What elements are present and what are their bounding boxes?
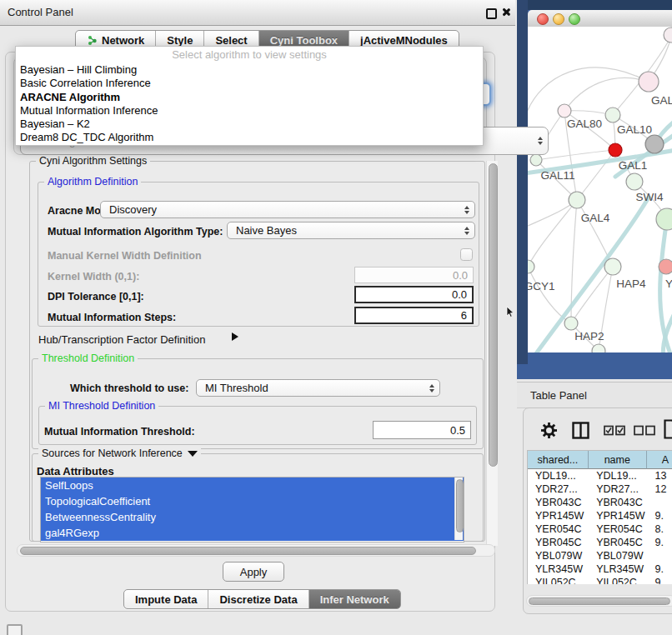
attribute-item-topologicalcoefficient[interactable]: TopologicalCoefficient <box>41 493 464 509</box>
column-layout-icon[interactable] <box>572 422 589 439</box>
column-header-shared[interactable]: shared... <box>528 451 589 469</box>
tab-impute-data[interactable]: Impute Data <box>124 590 208 608</box>
deselect-all-checkbox-icon[interactable] <box>634 425 655 436</box>
algorithm-menu-item-dream8-dc-tdc-algorithm[interactable]: Dream8 DC_TDC Algorithm <box>16 131 483 144</box>
network-node-label: GAL1 <box>619 159 648 172</box>
close-traffic-light[interactable] <box>537 13 549 25</box>
minimize-traffic-light[interactable] <box>553 13 564 25</box>
collapse-arrow-icon[interactable] <box>188 451 198 457</box>
network-canvas[interactable]: GALGAL80GAL10GAL1GAL11SWI4GAL4GCY1HAP4YH… <box>528 27 672 352</box>
table-cell: YER054C <box>528 522 589 536</box>
node-table: shared...nameA YDL19...YDL19...13YDR27..… <box>527 450 672 584</box>
control-panel-title: Control Panel <box>8 6 73 18</box>
network-edge[interactable] <box>528 68 649 114</box>
attribute-item-betweennesscentrality[interactable]: BetweennessCentrality <box>41 509 464 525</box>
table-row[interactable]: YER054CYER054C8. <box>528 522 672 536</box>
mi-type-combo[interactable]: Naive Bayes <box>227 222 475 239</box>
network-node[interactable] <box>558 104 571 118</box>
network-node[interactable] <box>530 154 542 166</box>
network-node[interactable] <box>604 258 621 275</box>
network-node-label: GAL80 <box>567 118 602 130</box>
table-row[interactable]: YIL052CYIL052C9 <box>528 576 672 584</box>
settings-gear-icon[interactable] <box>540 422 558 439</box>
table-cell: 9. <box>648 509 672 522</box>
dpi-tolerance-field[interactable]: 0.0 <box>354 286 474 303</box>
network-node[interactable] <box>605 108 620 122</box>
network-node[interactable] <box>609 143 622 157</box>
attribute-item-gal4rgexp[interactable]: gal4RGexp <box>41 525 464 541</box>
kernel-width-field: 0.0 <box>354 267 474 283</box>
settings-scrollbar[interactable] <box>486 161 498 546</box>
network-node-label: GAL4 <box>581 212 610 224</box>
settings-group-title: Cyni Algorithm Settings <box>36 155 150 167</box>
manual-kernel-label: Manual Kernel Width Definition <box>48 250 202 262</box>
attribute-item-selfloops[interactable]: SelfLoops <box>41 478 464 493</box>
algorithm-menu-item-basic-correlation-inference[interactable]: Basic Correlation Inference <box>16 77 483 90</box>
float-window-icon[interactable] <box>486 8 497 19</box>
function-builder-icon[interactable] <box>664 419 672 439</box>
close-icon[interactable] <box>501 8 510 17</box>
table-row[interactable]: YDR27...YDR27...12 <box>528 482 672 496</box>
which-threshold-combo[interactable]: MI Threshold <box>196 379 440 397</box>
network-node[interactable] <box>569 192 585 208</box>
column-header-name[interactable]: name <box>589 451 647 469</box>
table-hscrollbar[interactable] <box>526 595 672 607</box>
column-header-a[interactable]: A <box>647 451 672 469</box>
table-row[interactable]: YBL079WYBL079W <box>528 549 672 562</box>
network-edge[interactable] <box>564 78 649 111</box>
table-row[interactable]: YDL19...YDL19...13 <box>528 469 672 482</box>
network-node[interactable] <box>656 208 672 230</box>
table-cell: YLR345W <box>528 562 589 576</box>
mi-threshold-field[interactable]: 0.5 <box>373 421 471 439</box>
algorithm-menu-item-bayesian-k2[interactable]: Bayesian – K2 <box>16 118 483 131</box>
network-node[interactable] <box>592 344 605 352</box>
apply-button[interactable]: Apply <box>223 562 284 582</box>
dock-panel-icon[interactable] <box>7 624 23 635</box>
aracne-mode-combo[interactable]: Discovery <box>100 201 475 218</box>
network-node-label: SWI4 <box>635 191 663 203</box>
tab-discretize-data[interactable]: Discretize Data <box>208 590 308 608</box>
network-node[interactable] <box>664 28 672 42</box>
table-row[interactable]: YBR045CYBR045C9. <box>528 536 672 549</box>
cyni-mode-tabs: Impute DataDiscretize DataInfer Network <box>123 589 401 609</box>
stepper-icon <box>538 137 543 145</box>
dpi-tolerance-value: 0.0 <box>452 288 467 301</box>
network-window-titlebar[interactable] <box>528 10 672 28</box>
algorithm-menu-item-aracne-algorithm[interactable]: ARACNE Algorithm <box>16 91 483 104</box>
table-cell: YBR045C <box>528 536 589 549</box>
stepper-icon <box>464 227 469 235</box>
network-node[interactable] <box>626 173 643 190</box>
attributes-scrollbar[interactable] <box>454 478 463 540</box>
algorithm-menu-item-bayesian-hill-climbing[interactable]: Bayesian – Hill Climbing <box>16 63 483 77</box>
stepper-icon <box>429 384 434 392</box>
expand-arrow-icon[interactable] <box>232 332 238 341</box>
mi-steps-label: Mutual Information Steps: <box>48 312 176 323</box>
mi-steps-value: 6 <box>461 309 467 322</box>
network-node[interactable] <box>639 72 659 92</box>
table-cell: YBR043C <box>589 496 647 509</box>
tab-infer-network[interactable]: Infer Network <box>308 590 400 608</box>
table-cell: YDL19... <box>528 469 589 482</box>
table-cell: YBR043C <box>528 496 589 509</box>
table-panel-titlebar: Table Panel <box>517 382 672 408</box>
mi-steps-field[interactable]: 6 <box>354 307 474 324</box>
network-node[interactable] <box>645 135 664 153</box>
threshold-definition-title: Threshold Definition <box>38 352 138 364</box>
network-edge[interactable] <box>577 150 615 200</box>
table-cell: YDR27... <box>589 482 647 496</box>
algorithm-menu-item-mutual-information-inference[interactable]: Mutual Information Inference <box>16 104 483 118</box>
table-row[interactable]: YBR043CYBR043C <box>528 496 672 509</box>
table-row[interactable]: YPR145WYPR145W9. <box>528 509 672 522</box>
network-node[interactable] <box>528 260 534 273</box>
tab-label: Impute Data <box>135 593 197 606</box>
kernel-width-value: 0.0 <box>453 269 468 282</box>
zoom-traffic-light[interactable] <box>569 13 580 25</box>
network-node[interactable] <box>564 317 578 330</box>
network-node[interactable] <box>659 259 672 274</box>
which-threshold-label: Which threshold to use: <box>70 382 188 394</box>
table-row[interactable]: YLR345WYLR345W9. <box>528 562 672 576</box>
hub-section-label: Hub/Transcription Factor Definition <box>38 333 205 346</box>
settings-hscrollbar[interactable] <box>17 544 495 557</box>
network-edge[interactable] <box>528 200 577 267</box>
select-all-checkbox-icon[interactable] <box>604 425 625 436</box>
